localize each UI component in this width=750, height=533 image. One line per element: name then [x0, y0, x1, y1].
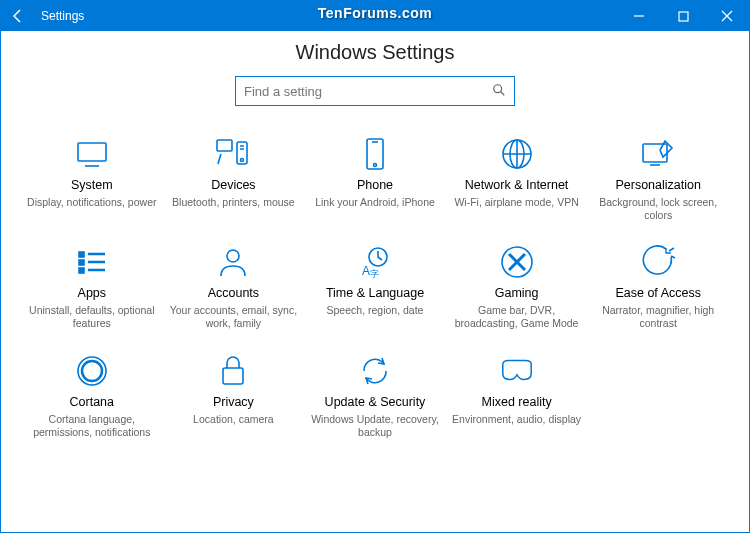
tile-update-security[interactable]: Update & Security Windows Update, recove…	[304, 353, 446, 439]
tile-privacy[interactable]: Privacy Location, camera	[163, 353, 305, 439]
svg-rect-0	[679, 12, 688, 21]
tile-label: Devices	[211, 178, 255, 193]
back-button[interactable]	[1, 1, 35, 31]
mixed-reality-icon	[499, 353, 535, 389]
tile-time-language[interactable]: A字 Time & Language Speech, region, date	[304, 244, 446, 330]
tile-desc: Uninstall, defaults, optional features	[27, 304, 157, 330]
tile-label: Time & Language	[326, 286, 424, 301]
svg-rect-2	[78, 143, 106, 161]
tile-label: Cortana	[70, 395, 114, 410]
apps-icon	[74, 244, 110, 280]
tile-desc: Wi-Fi, airplane mode, VPN	[454, 196, 578, 209]
minimize-button[interactable]	[617, 1, 661, 31]
phone-icon	[357, 136, 393, 172]
tile-cortana[interactable]: Cortana Cortana language, permissions, n…	[21, 353, 163, 439]
time-language-icon: A字	[357, 244, 393, 280]
tile-desc: Location, camera	[193, 413, 274, 426]
globe-icon	[499, 136, 535, 172]
tile-label: Accounts	[208, 286, 259, 301]
ease-of-access-icon	[640, 244, 676, 280]
personalization-icon	[640, 136, 676, 172]
tile-gaming[interactable]: Gaming Game bar, DVR, broadcasting, Game…	[446, 244, 588, 330]
svg-point-7	[373, 164, 376, 167]
gaming-icon	[499, 244, 535, 280]
empty-cell	[587, 353, 729, 439]
tile-desc: Link your Android, iPhone	[315, 196, 435, 209]
search-placeholder: Find a setting	[244, 84, 492, 99]
app-title: Settings	[41, 9, 84, 23]
update-icon	[357, 353, 393, 389]
svg-point-14	[227, 250, 239, 262]
settings-grid: System Display, notifications, power Dev…	[1, 136, 749, 439]
tile-label: Ease of Access	[615, 286, 700, 301]
tile-ease-of-access[interactable]: Ease of Access Narrator, magnifier, high…	[587, 244, 729, 330]
tile-label: Mixed reality	[482, 395, 552, 410]
search-icon	[492, 83, 506, 100]
titlebar: Settings	[1, 1, 749, 31]
tile-mixed-reality[interactable]: Mixed reality Environment, audio, displa…	[446, 353, 588, 439]
tile-label: Personalization	[615, 178, 700, 193]
tile-label: Gaming	[495, 286, 539, 301]
cortana-icon	[74, 353, 110, 389]
tile-desc: Narrator, magnifier, high contrast	[593, 304, 723, 330]
system-icon	[74, 136, 110, 172]
close-button[interactable]	[705, 1, 749, 31]
tile-label: Update & Security	[325, 395, 426, 410]
svg-rect-6	[367, 139, 383, 169]
devices-icon	[215, 136, 251, 172]
accounts-icon	[215, 244, 251, 280]
tile-network[interactable]: Network & Internet Wi-Fi, airplane mode,…	[446, 136, 588, 222]
tile-desc: Environment, audio, display	[452, 413, 581, 426]
svg-rect-10	[643, 144, 667, 162]
svg-text:A: A	[362, 264, 370, 278]
maximize-button[interactable]	[661, 1, 705, 31]
tile-label: Apps	[78, 286, 107, 301]
tile-system[interactable]: System Display, notifications, power	[21, 136, 163, 222]
tile-accounts[interactable]: Accounts Your accounts, email, sync, wor…	[163, 244, 305, 330]
tile-devices[interactable]: Devices Bluetooth, printers, mouse	[163, 136, 305, 222]
tile-label: Phone	[357, 178, 393, 193]
tile-label: Network & Internet	[465, 178, 569, 193]
window-controls	[617, 1, 749, 31]
tile-desc: Speech, region, date	[327, 304, 424, 317]
tile-personalization[interactable]: Personalization Background, lock screen,…	[587, 136, 729, 222]
tile-label: Privacy	[213, 395, 254, 410]
tile-apps[interactable]: Apps Uninstall, defaults, optional featu…	[21, 244, 163, 330]
tile-desc: Windows Update, recovery, backup	[310, 413, 440, 439]
svg-rect-11	[79, 252, 84, 257]
tile-desc: Bluetooth, printers, mouse	[172, 196, 295, 209]
svg-point-1	[494, 84, 502, 92]
svg-rect-13	[79, 268, 84, 273]
tile-desc: Cortana language, permissions, notificat…	[27, 413, 157, 439]
tile-phone[interactable]: Phone Link your Android, iPhone	[304, 136, 446, 222]
search-input[interactable]: Find a setting	[235, 76, 515, 106]
tile-desc: Your accounts, email, sync, work, family	[169, 304, 299, 330]
svg-rect-12	[79, 260, 84, 265]
svg-point-5	[241, 159, 244, 162]
tile-desc: Display, notifications, power	[27, 196, 156, 209]
page-title: Windows Settings	[1, 41, 749, 64]
svg-rect-21	[223, 368, 243, 384]
svg-point-20	[82, 361, 102, 381]
svg-rect-3	[217, 140, 232, 151]
privacy-icon	[215, 353, 251, 389]
tile-label: System	[71, 178, 113, 193]
svg-text:字: 字	[370, 269, 379, 279]
tile-desc: Background, lock screen, colors	[593, 196, 723, 222]
tile-desc: Game bar, DVR, broadcasting, Game Mode	[452, 304, 582, 330]
